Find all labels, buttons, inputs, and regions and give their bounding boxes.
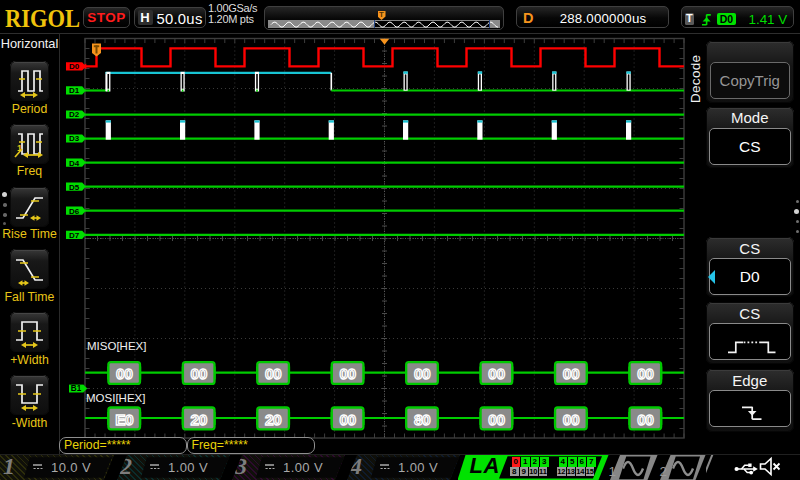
svg-text:D7: D7 bbox=[69, 231, 80, 240]
svg-text:D0: D0 bbox=[69, 62, 80, 71]
svg-text:00: 00 bbox=[488, 365, 504, 382]
svg-text:D1: D1 bbox=[69, 86, 80, 95]
svg-text:00: 00 bbox=[116, 365, 132, 382]
svg-text:00: 00 bbox=[191, 365, 207, 382]
svg-text:00: 00 bbox=[414, 365, 430, 382]
svg-text:00: 00 bbox=[637, 411, 653, 428]
svg-text:D2: D2 bbox=[69, 110, 80, 119]
svg-text:00: 00 bbox=[637, 365, 653, 382]
svg-text:00: 00 bbox=[265, 365, 281, 382]
svg-text:B1: B1 bbox=[71, 384, 82, 393]
svg-text:00: 00 bbox=[563, 411, 579, 428]
svg-text:80: 80 bbox=[414, 411, 430, 428]
svg-text:20: 20 bbox=[191, 411, 207, 428]
svg-text:00: 00 bbox=[563, 365, 579, 382]
svg-text:20: 20 bbox=[265, 411, 281, 428]
svg-text:D3: D3 bbox=[69, 134, 80, 143]
svg-text:MISO[HEX]: MISO[HEX] bbox=[87, 340, 146, 352]
svg-text:D6: D6 bbox=[69, 207, 80, 216]
svg-text:E0: E0 bbox=[115, 411, 133, 428]
svg-text:00: 00 bbox=[339, 411, 355, 428]
svg-text:D5: D5 bbox=[69, 183, 80, 192]
svg-text:00: 00 bbox=[488, 411, 504, 428]
svg-text:D4: D4 bbox=[69, 159, 80, 168]
svg-text:00: 00 bbox=[339, 365, 355, 382]
svg-text:MOSI[HEX]: MOSI[HEX] bbox=[86, 392, 145, 404]
